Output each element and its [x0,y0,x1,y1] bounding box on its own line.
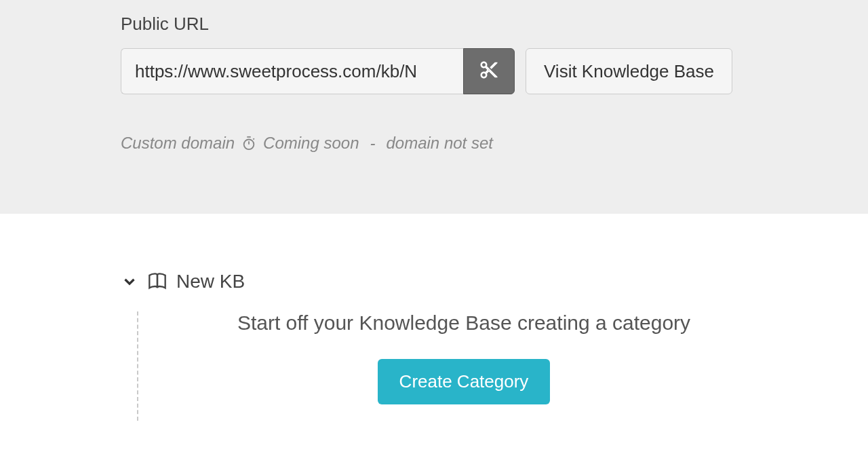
kb-title: New KB [176,271,245,292]
svg-point-0 [244,140,254,150]
kb-body: Start off your Knowledge Base creating a… [137,311,868,421]
stopwatch-icon [241,136,256,151]
create-category-label: Create Category [399,371,529,392]
public-url-section: Public URL Visit Knowledge Base Custom d… [0,0,868,214]
url-row: Visit Knowledge Base [121,48,868,94]
book-icon [148,272,167,291]
custom-domain-label: Custom domain [121,134,235,153]
chevron-down-icon[interactable] [121,273,138,290]
url-input-group [121,48,515,94]
visit-button-label: Visit Knowledge Base [544,61,714,82]
kb-header: New KB [121,271,868,292]
public-url-input[interactable] [121,48,463,94]
kb-structure-section: New KB Start off your Knowledge Base cre… [0,214,868,421]
coming-soon-text: Coming soon [263,134,359,153]
create-category-button[interactable]: Create Category [378,359,551,404]
domain-separator: - [370,134,376,153]
custom-domain-row: Custom domain Coming soon - domain not s… [121,134,868,153]
scissors-icon [479,60,499,83]
public-url-label: Public URL [121,14,868,35]
domain-not-set-text: domain not set [387,134,493,153]
kb-empty-prompt: Start off your Knowledge Base creating a… [179,311,749,335]
visit-knowledge-base-button[interactable]: Visit Knowledge Base [526,48,732,94]
copy-url-button[interactable] [463,48,515,94]
